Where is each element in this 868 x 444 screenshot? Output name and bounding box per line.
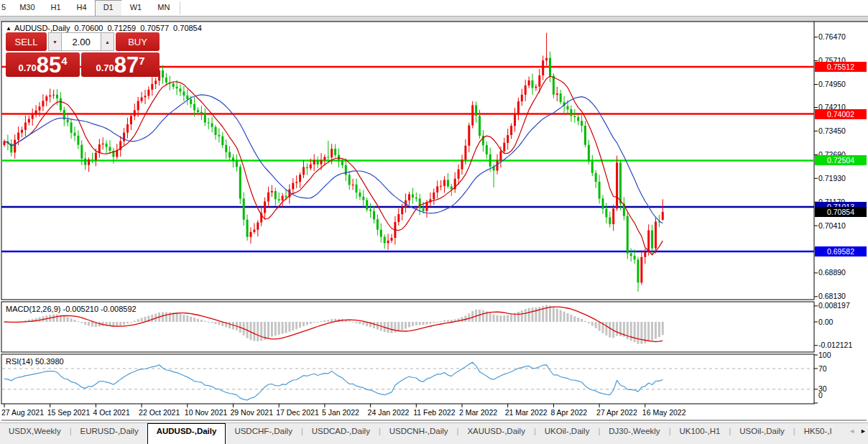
tabs-scroll-right-icon[interactable]: ► <box>860 427 867 435</box>
rsi-label: RSI(14) 50.3980 <box>6 357 64 366</box>
sell-button[interactable]: SELL <box>6 32 47 51</box>
buy-price-pip: 7 <box>139 55 144 67</box>
hline-price-badge: 0.72504 <box>815 155 867 165</box>
rsi-tick-label: 70 <box>818 364 827 373</box>
one-click-trade-panel: SELL ▼ ▲ BUY 0.70 85 4 0.70 87 7 <box>6 32 160 77</box>
tab-hk50-i[interactable]: HK50-,I <box>795 423 841 444</box>
volume-decrease-button[interactable]: ▼ <box>48 32 62 51</box>
tab-xauusd-daily[interactable]: XAUUSD-,Daily <box>458 423 534 444</box>
price-tick-label: 0.73450 <box>818 126 846 135</box>
date-label: 10 Nov 2021 <box>185 408 228 417</box>
date-label: 5 Jan 2022 <box>322 408 359 417</box>
hline-price-badge: 0.74002 <box>815 109 867 119</box>
price-tick-label: 0.68890 <box>818 268 846 277</box>
date-label: 27 Aug 2021 <box>1 408 44 417</box>
hline-price-badge: 0.69582 <box>815 246 867 256</box>
tab-usdchf-daily[interactable]: USDCHF-,Daily <box>226 423 301 444</box>
volume-input[interactable] <box>62 32 101 51</box>
ohlc-open: 0.70600 <box>75 24 103 32</box>
tab-uk100-h1[interactable]: UK100-,H1 <box>670 423 729 444</box>
tabs-scroll-left-icon[interactable]: ◄ <box>849 427 855 435</box>
date-label: 17 Dec 2021 <box>276 408 319 417</box>
tab-ukoil-daily[interactable]: UKOil-,Daily <box>536 423 599 444</box>
hline-price-badge: 0.75512 <box>815 62 867 72</box>
buy-price-display[interactable]: 0.70 87 7 <box>81 52 160 77</box>
date-label: 27 Apr 2022 <box>596 408 637 417</box>
tab-usdcad-daily[interactable]: USDCAD-,Daily <box>303 423 379 444</box>
tab-usoil-daily[interactable]: USOil-,Daily <box>731 423 793 444</box>
macd-tick-label: -0.012121 <box>818 341 852 349</box>
buy-button[interactable]: BUY <box>116 32 160 51</box>
tab-audusd-daily[interactable]: AUDUSD-,Daily <box>147 423 226 444</box>
sell-price-pip: 4 <box>61 55 67 67</box>
date-label: 24 Jan 2022 <box>368 408 410 417</box>
sell-price-big: 85 <box>37 55 61 75</box>
sell-price-display[interactable]: 0.70 85 4 <box>6 52 80 77</box>
buy-price-big: 87 <box>114 55 139 75</box>
date-label: 22 Oct 2021 <box>139 408 180 417</box>
date-label: 15 Sep 2021 <box>47 408 91 417</box>
current-price-badge: 0.70854 <box>815 207 867 217</box>
date-label: 21 Mar 2022 <box>505 408 548 417</box>
ohlc-low: 0.70577 <box>140 24 169 32</box>
terminal-window: 5M30H1H4D1W1MN ▲AUDUSD-,Daily 0.70600 0.… <box>0 0 868 444</box>
ohlc-close: 0.70854 <box>173 24 202 32</box>
rsi-tick-label: 0 <box>818 391 823 399</box>
price-tick-label: 0.68130 <box>818 292 846 300</box>
price-tick-label: 0.70410 <box>818 221 846 230</box>
buy-price-prefix: 0.70 <box>96 63 114 73</box>
sell-price-prefix: 0.70 <box>18 63 36 73</box>
chart-title: ▲AUDUSD-,Daily 0.70600 0.71259 0.70577 0… <box>6 24 204 32</box>
date-label: 4 Oct 2021 <box>93 408 129 417</box>
tab-usdx-weekly[interactable]: USDX,Weekly <box>0 423 70 444</box>
tab-usdcnh-daily[interactable]: USDCNH-,Daily <box>381 423 457 444</box>
date-label: 8 Apr 2022 <box>550 408 587 417</box>
tab-dj30-weekly[interactable]: DJ30-,Weekly <box>600 423 668 444</box>
tabs-scroll-arrows: ◄► <box>846 427 867 435</box>
rsi-tick-label: 100 <box>818 351 831 359</box>
price-tick-label: 0.76470 <box>818 32 846 41</box>
macd-tick-label: 0.008197 <box>818 301 850 310</box>
date-label: 16 May 2022 <box>642 408 686 417</box>
macd-label: MACD(12,26,9) -0.005210 -0.008592 <box>6 305 137 313</box>
price-tick-label: 0.71930 <box>818 174 846 182</box>
date-label: 11 Feb 2022 <box>413 408 455 417</box>
date-label: 2 Mar 2022 <box>459 408 497 417</box>
ohlc-high: 0.71259 <box>107 24 136 32</box>
price-tick-label: 0.74950 <box>818 80 846 88</box>
date-label: 29 Nov 2021 <box>231 408 274 417</box>
tab-eurusd-daily[interactable]: EURUSD-,Daily <box>72 423 147 444</box>
volume-increase-button[interactable]: ▲ <box>101 32 114 51</box>
chart-symbol: AUDUSD-,Daily <box>14 24 70 32</box>
symbol-tabs-bar: USDX,Weekly|EURUSD-,DailyAUDUSD-,DailyUS… <box>0 422 868 444</box>
symbol-marker-icon: ▲ <box>6 25 11 32</box>
macd-tick-label: 0.00 <box>818 318 833 326</box>
